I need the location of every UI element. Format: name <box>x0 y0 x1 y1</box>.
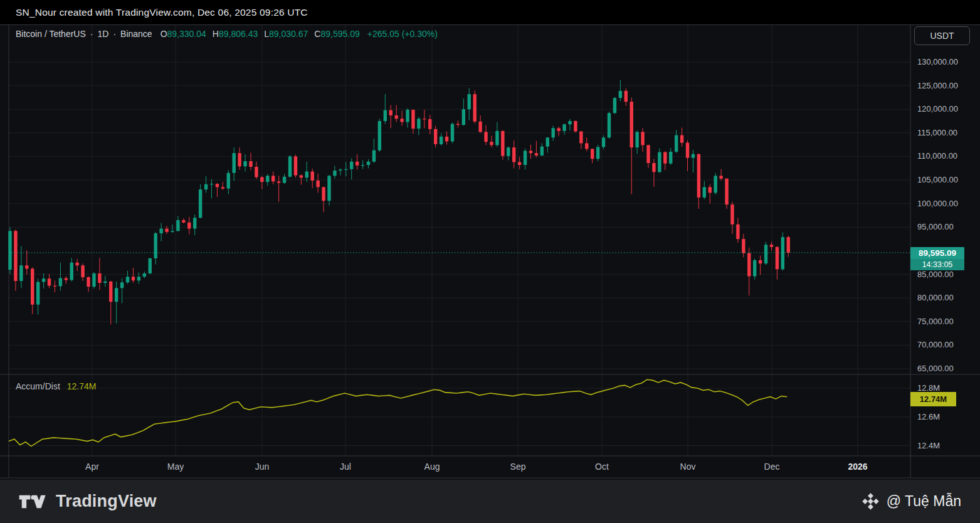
candlestick <box>753 258 756 280</box>
time-axis-label: Oct <box>595 462 609 472</box>
time-axis-label: Apr <box>85 462 99 472</box>
candlestick <box>484 125 487 145</box>
candlestick <box>635 130 638 154</box>
candlestick <box>300 174 303 185</box>
gridlines <box>9 25 910 456</box>
price-axis[interactable]: 89,595.09 14:33:05 12.74M 130,000.00125,… <box>910 25 980 480</box>
indicator-tick-label: 12.8M <box>917 383 940 393</box>
candlestick <box>764 242 767 265</box>
candlestick <box>394 105 398 122</box>
candlestick <box>19 246 23 288</box>
price-tick-label: 95,000.00 <box>917 222 954 231</box>
time-axis-label: May <box>167 462 184 472</box>
candlestick <box>187 217 191 235</box>
exchange-label: Binance <box>120 29 152 39</box>
time-axis-label: Jun <box>255 462 270 472</box>
bar-countdown: 14:33:05 <box>910 259 964 270</box>
candlestick <box>260 176 263 189</box>
candlestick <box>417 117 420 135</box>
candlestick <box>143 272 146 278</box>
candlestick <box>249 152 252 170</box>
candlestick <box>182 218 185 223</box>
candlestick <box>204 176 208 193</box>
watermark-text: SN_Nour created with TradingView.com, De… <box>16 7 308 18</box>
candlestick <box>579 131 582 149</box>
price-tick-label: 115,000.00 <box>917 128 957 137</box>
candlestick <box>719 169 722 181</box>
candlestick <box>120 278 124 304</box>
open-value: 89,330.04 <box>167 29 206 39</box>
candlestick <box>92 272 95 288</box>
candlestick <box>132 268 135 283</box>
candlestick <box>742 234 745 258</box>
candlestick <box>709 184 712 204</box>
candlestick <box>311 169 314 188</box>
candlestick <box>725 178 728 209</box>
candlestick <box>451 122 454 143</box>
candlestick <box>736 218 739 243</box>
candlestick <box>490 135 493 147</box>
currency-toggle-button[interactable]: USDT <box>914 26 970 45</box>
candlestick <box>378 119 381 152</box>
candlestick <box>210 179 213 199</box>
candlestick <box>501 130 504 160</box>
candlestick <box>462 98 465 126</box>
open-key: O <box>161 29 167 39</box>
candlestick <box>730 202 734 234</box>
candlestick <box>81 263 84 281</box>
separator-dot: · <box>113 29 116 39</box>
candlestick <box>367 159 370 168</box>
candlestick <box>714 173 717 195</box>
price-tick-label: 65,000.00 <box>917 364 954 373</box>
footer-bar: TradingView @ Tuệ Mẫn <box>0 480 980 523</box>
time-axis[interactable]: AprMayJunJulAugSepOctNovDec2026 <box>0 456 980 478</box>
price-tick-label: 120,000.00 <box>917 104 958 114</box>
candlestick <box>8 227 11 273</box>
candlestick <box>266 174 269 186</box>
candlestick <box>277 176 280 201</box>
indicator-tick-label: 12.4M <box>917 441 940 450</box>
candlestick <box>613 97 616 114</box>
chart-stage: Bitcoin / TetherUS · 1D · Binance O89,33… <box>0 25 980 480</box>
symbol-legend[interactable]: Bitcoin / TetherUS · 1D · Binance O89,33… <box>16 29 438 39</box>
candlestick <box>619 80 622 102</box>
candlestick <box>663 151 667 170</box>
candlestick <box>468 88 471 120</box>
symbol-name: Bitcoin / TetherUS <box>16 29 86 39</box>
indicator-last-value-label: 12.74M <box>910 392 956 406</box>
candlestick <box>400 110 403 125</box>
last-price-label: 89,595.09 14:33:05 <box>910 247 964 270</box>
candlestick <box>25 250 28 274</box>
candlestick <box>48 274 51 288</box>
candlestick <box>675 130 678 153</box>
candlestick <box>552 126 555 141</box>
candlestick <box>176 216 179 231</box>
candlestick <box>115 282 118 324</box>
candlestick <box>495 122 498 147</box>
candlestick <box>98 258 101 290</box>
time-axis-label: 2026 <box>848 462 867 472</box>
candlestick <box>53 280 56 292</box>
candlestick <box>680 128 683 147</box>
tradingview-logo-icon <box>19 491 48 512</box>
price-tick-label: 125,000.00 <box>917 81 958 90</box>
candlestick <box>316 174 319 193</box>
candlestick <box>524 149 527 170</box>
candlestick <box>75 259 78 272</box>
indicator-value: 12.74M <box>67 381 97 391</box>
candlestick <box>159 223 162 241</box>
indicator-legend[interactable]: Accum/Dist 12.74M <box>16 381 97 391</box>
last-price-value: 89,595.09 <box>910 247 964 259</box>
candlestick <box>781 233 784 271</box>
export-topbar: SN_Nour created with TradingView.com, De… <box>0 0 980 25</box>
candlestick <box>70 258 73 282</box>
tradingview-brand-link[interactable]: TradingView <box>19 491 157 512</box>
low-value: 89,030.67 <box>269 29 308 39</box>
candlestick <box>103 276 107 287</box>
tradingview-brand-text: TradingView <box>56 492 157 511</box>
chart-canvas[interactable] <box>0 25 980 480</box>
candlestick <box>126 271 129 284</box>
candlestick <box>568 119 571 130</box>
candlestick <box>372 139 376 163</box>
candlestick <box>445 132 448 145</box>
